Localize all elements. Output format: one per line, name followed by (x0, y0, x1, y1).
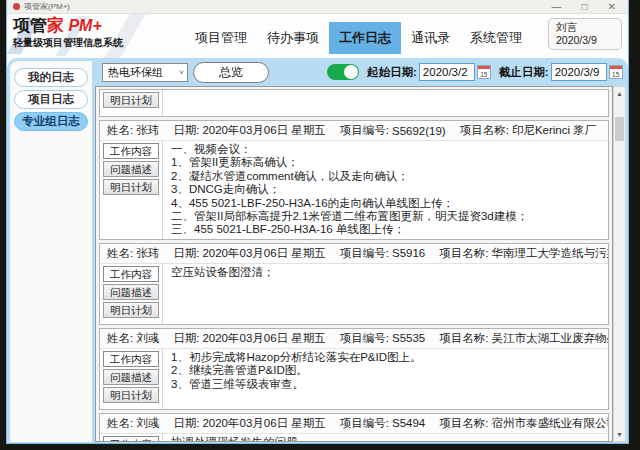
scroll-up-arrow[interactable]: ▲ (614, 87, 625, 100)
logo-text: 项管 (13, 16, 47, 35)
close-button[interactable]: ✕ (608, 2, 616, 12)
group-select[interactable]: 热电环保组 ˅ (102, 63, 188, 82)
entry-date: 2020年03月06日 星期五 (202, 416, 325, 431)
entry-tab-column: 工作内容 问题描述 明日计划 (100, 434, 162, 442)
end-date-label: 截止日期: (499, 65, 549, 80)
log-list: 明日计划 姓名:张玮 日期:2020年03月06日 星期五 项目编号:S5692… (95, 86, 613, 442)
entry-header: 姓名:刘彧 日期:2020年03月06日 星期五 项目编号:S5535 项目名称… (100, 329, 608, 349)
app-logo: 项管家 PM+ 轻量级项目管理信息系统 (13, 16, 193, 50)
sidebar-item-project-log[interactable]: 项目日志 (14, 90, 88, 109)
main-area: 我的日志 项目日志 专业组日志 热电环保组 ˅ 总览 起始日期: 2020/3/… (7, 58, 628, 443)
entry-name: 张玮 (136, 123, 159, 138)
app-window: 项管家(PM+) — □ ✕ 项管家 PM+ 轻量级项目管理信息系统 项目管理 … (7, 0, 628, 443)
group-select-value: 热电环保组 (108, 65, 179, 80)
entry-project-no: S5692(19) (392, 125, 446, 137)
entry-project-no: S5494 (392, 417, 425, 429)
log-entry: 姓名:张玮 日期:2020年03月06日 星期五 项目编号:S5692(19) … (99, 120, 609, 240)
project-no-label: 项目编号: (340, 123, 389, 138)
project-name-label: 项目名称: (439, 416, 488, 431)
work-content-tab[interactable]: 工作内容 (103, 351, 159, 367)
entry-project-name: 宿州市泰盛纸业有限公司生活 用纸 (491, 416, 608, 431)
title-bar: 项管家(PM+) — □ ✕ (7, 0, 628, 14)
work-content-tab[interactable]: 工作内容 (103, 436, 159, 442)
end-date-input[interactable]: 2020/3/9 (551, 63, 607, 81)
minimize-button[interactable]: — (552, 2, 562, 12)
date-label: 日期: (173, 246, 199, 261)
date-label: 日期: (173, 331, 199, 346)
entry-project-name: 吴江市太湖工业废弃物处理有限公司 (491, 331, 608, 346)
tab-contacts[interactable]: 通讯录 (401, 22, 460, 54)
entry-tab-column: 工作内容 问题描述 明日计划 (100, 264, 162, 324)
window-title: 项管家(PM+) (24, 1, 552, 12)
app-header: 项管家 PM+ 轻量级项目管理信息系统 项目管理 待办事项 工作日志 通讯录 系… (7, 14, 628, 58)
sidebar: 我的日志 项目日志 专业组日志 (10, 61, 92, 442)
tab-project-management[interactable]: 项目管理 (185, 22, 257, 54)
logo-subtitle: 轻量级项目管理信息系统 (13, 36, 193, 50)
log-entry-partial: 明日计划 (99, 89, 609, 117)
sidebar-item-my-log[interactable]: 我的日志 (14, 68, 88, 87)
project-name-label: 项目名称: (439, 246, 488, 261)
logo-text-red: 家 (47, 16, 64, 35)
tomorrow-plan-tab[interactable]: 明日计划 (103, 387, 159, 403)
chevron-down-icon: ˅ (179, 68, 184, 77)
app-icon (13, 3, 20, 10)
entry-tab-column: 工作内容 问题描述 明日计划 (100, 349, 162, 409)
project-no-label: 项目编号: (340, 331, 389, 346)
project-no-label: 项目编号: (340, 416, 389, 431)
problem-description-tab[interactable]: 问题描述 (103, 161, 159, 177)
start-date-label: 起始日期: (367, 65, 417, 80)
main-nav: 项目管理 待办事项 工作日志 通讯录 系统管理 (185, 22, 532, 54)
toggle-knob (344, 65, 358, 79)
entry-content (162, 90, 608, 116)
entry-header: 姓名:张玮 日期:2020年03月06日 星期五 项目编号:S5692(19) … (100, 121, 608, 141)
date-range-toggle[interactable] (327, 64, 359, 80)
entry-tab-column: 工作内容 问题描述 明日计划 (100, 141, 162, 239)
tomorrow-plan-tab[interactable]: 明日计划 (103, 302, 159, 318)
date-label: 日期: (173, 416, 199, 431)
entry-content: 空压站设备图澄清； (162, 264, 608, 324)
log-entry: 姓名:刘彧 日期:2020年03月06日 星期五 项目编号:S5535 项目名称… (99, 328, 609, 410)
current-user-box[interactable]: 刘言 2020/3/9 (548, 18, 622, 50)
tab-work-log[interactable]: 工作日志 (329, 22, 401, 54)
entry-date: 2020年03月06日 星期五 (202, 246, 325, 261)
log-entries: 姓名:张玮 日期:2020年03月06日 星期五 项目编号:S5692(19) … (99, 120, 609, 442)
scroll-down-arrow[interactable]: ▼ (614, 428, 625, 441)
entry-header: 姓名:刘彧 日期:2020年03月06日 星期五 项目编号:S5494 项目名称… (100, 414, 608, 434)
tomorrow-plan-tab[interactable]: 明日计划 (103, 179, 159, 195)
project-no-label: 项目编号: (340, 246, 389, 261)
problem-description-tab[interactable]: 问题描述 (103, 284, 159, 300)
name-label: 姓名: (107, 123, 133, 138)
problem-description-tab[interactable]: 问题描述 (103, 369, 159, 385)
work-content-tab[interactable]: 工作内容 (103, 266, 159, 282)
entry-project-no: S5535 (392, 332, 425, 344)
maximize-button[interactable]: □ (582, 2, 588, 12)
scrollbar-thumb[interactable] (615, 117, 624, 141)
name-label: 姓名: (107, 416, 133, 431)
entry-content: 一、视频会议： 1、管架II更新标高确认； 2、凝结水管道comment确认，以… (162, 141, 608, 239)
tab-todo-items[interactable]: 待办事项 (257, 22, 329, 54)
sidebar-item-group-log[interactable]: 专业组日志 (14, 112, 88, 131)
entry-content: 协调处理现场发生的问题。 (162, 434, 608, 442)
entry-date: 2020年03月06日 星期五 (202, 331, 325, 346)
overview-button[interactable]: 总览 (193, 62, 269, 83)
entry-project-name: 华南理工大学造纸与污染控制国家 (491, 246, 608, 261)
content-area: 热电环保组 ˅ 总览 起始日期: 2020/3/2 15 截止日期: 2020/… (92, 58, 628, 443)
name-label: 姓名: (107, 331, 133, 346)
work-content-tab[interactable]: 工作内容 (103, 143, 159, 159)
current-date: 2020/3/9 (556, 34, 614, 47)
start-date-input[interactable]: 2020/3/2 (419, 63, 475, 81)
logo-pm: PM+ (64, 17, 102, 34)
user-name: 刘言 (556, 21, 614, 34)
name-label: 姓名: (107, 246, 133, 261)
project-name-label: 项目名称: (439, 331, 488, 346)
tab-system-management[interactable]: 系统管理 (460, 22, 532, 54)
tomorrow-plan-tab[interactable]: 明日计划 (103, 92, 159, 108)
entry-project-no: S5916 (392, 247, 425, 259)
calendar-icon[interactable]: 15 (609, 65, 623, 79)
calendar-icon[interactable]: 15 (477, 65, 491, 79)
log-list-wrap: 明日计划 姓名:张玮 日期:2020年03月06日 星期五 项目编号:S5692… (95, 86, 626, 442)
entry-name: 刘彧 (136, 416, 159, 431)
vertical-scrollbar[interactable]: ▲ ▼ (613, 86, 626, 442)
date-label: 日期: (173, 123, 199, 138)
log-entry: 姓名:刘彧 日期:2020年03月06日 星期五 项目编号:S5494 项目名称… (99, 413, 609, 442)
